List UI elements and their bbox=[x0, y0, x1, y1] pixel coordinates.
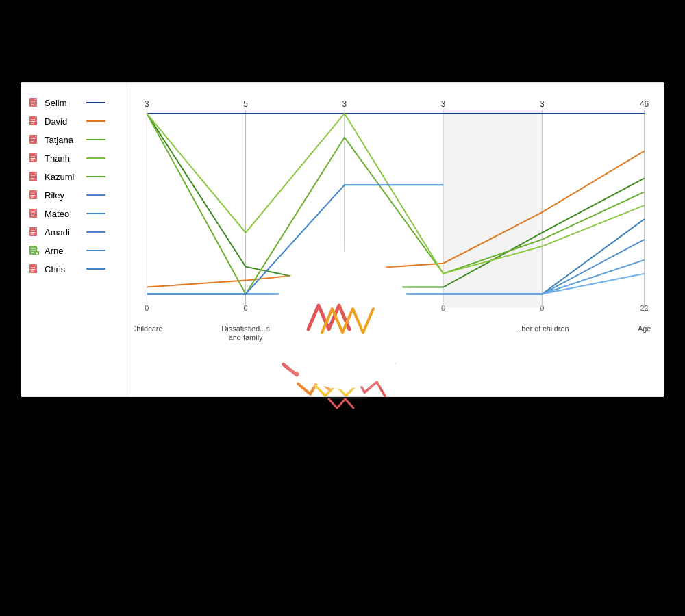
legend-item: Tatjana bbox=[28, 133, 120, 146]
svg-text:Age: Age bbox=[638, 324, 651, 333]
legend-item: Chris bbox=[28, 263, 120, 275]
logo-inner bbox=[301, 292, 384, 349]
legend-name: David bbox=[45, 116, 82, 127]
legend-item: Kazumi bbox=[28, 170, 120, 183]
file-icon bbox=[28, 226, 40, 238]
legend-line bbox=[86, 120, 105, 123]
legend-line bbox=[86, 194, 105, 196]
legend-name: Riley bbox=[45, 190, 82, 201]
legend-line bbox=[86, 268, 105, 270]
legend-item: Riley bbox=[28, 189, 120, 201]
legend-name: Amadi bbox=[45, 227, 82, 238]
file-icon bbox=[28, 133, 40, 146]
svg-text:3: 3 bbox=[342, 99, 347, 109]
svg-text:46: 46 bbox=[640, 99, 649, 109]
legend-line bbox=[86, 231, 105, 233]
legend-name: Chris bbox=[45, 264, 82, 274]
file-icon bbox=[28, 263, 40, 275]
legend-name: Thanh bbox=[45, 153, 82, 164]
legend-line bbox=[86, 102, 105, 104]
svg-text:...ber of children: ...ber of children bbox=[515, 324, 569, 333]
legend-line bbox=[86, 157, 105, 159]
legend-name: Selim bbox=[45, 98, 82, 108]
svg-text:3: 3 bbox=[441, 99, 446, 109]
svg-text:3: 3 bbox=[145, 99, 149, 109]
logo-svg bbox=[301, 292, 384, 346]
logo-circle bbox=[274, 252, 411, 389]
legend-line bbox=[86, 250, 105, 252]
legend-line bbox=[86, 176, 105, 178]
svg-text:Childcare: Childcare bbox=[134, 324, 162, 333]
legend-item: Amadi bbox=[28, 226, 120, 238]
file-icon bbox=[28, 189, 40, 201]
file-icon bbox=[28, 207, 40, 220]
file-icon bbox=[28, 152, 40, 164]
legend: SelimDavidTatjanaThanhKazumiRileyMateoAm… bbox=[21, 83, 127, 396]
svg-rect-64 bbox=[443, 110, 542, 308]
file-icon bbox=[28, 97, 40, 109]
main-container: SelimDavidTatjanaThanhKazumiRileyMateoAm… bbox=[0, 0, 685, 616]
file-icon bbox=[28, 170, 40, 183]
svg-text:3: 3 bbox=[540, 99, 545, 109]
legend-item: Mateo bbox=[28, 207, 120, 220]
legend-name: Mateo bbox=[45, 209, 82, 219]
svg-text:5: 5 bbox=[243, 99, 248, 109]
legend-name: Tatjana bbox=[45, 135, 82, 145]
legend-line bbox=[86, 139, 105, 141]
edit-icon bbox=[28, 244, 40, 257]
legend-line bbox=[86, 213, 105, 215]
legend-name: Kazumi bbox=[45, 172, 82, 182]
legend-item: David bbox=[28, 115, 120, 127]
file-icon bbox=[28, 115, 40, 127]
legend-item: Arne bbox=[28, 244, 120, 257]
legend-name: Arne bbox=[45, 246, 82, 256]
legend-item: Thanh bbox=[28, 152, 120, 164]
legend-item: Selim bbox=[28, 97, 120, 109]
